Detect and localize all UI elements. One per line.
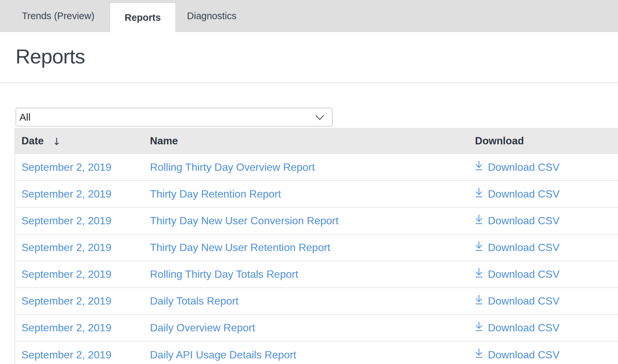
download-csv-label: Download CSV bbox=[488, 215, 560, 227]
column-header-download: Download bbox=[469, 128, 618, 154]
download-csv-label: Download CSV bbox=[488, 188, 560, 200]
report-row: September 2, 2019 Thirty Day New User Re… bbox=[15, 234, 618, 261]
report-name-link[interactable]: Daily Totals Report bbox=[150, 295, 238, 307]
report-date-link[interactable]: September 2, 2019 bbox=[21, 322, 111, 334]
page-title: Reports bbox=[16, 46, 618, 67]
download-csv-label: Download CSV bbox=[488, 161, 560, 173]
download-csv-link[interactable]: Download CSV bbox=[475, 188, 560, 201]
report-date-link[interactable]: September 2, 2019 bbox=[21, 295, 111, 307]
download-icon bbox=[475, 268, 483, 281]
report-date-link[interactable]: September 2, 2019 bbox=[21, 349, 111, 361]
report-name-link[interactable]: Daily API Usage Details Report bbox=[150, 349, 296, 361]
download-csv-link[interactable]: Download CSV bbox=[475, 268, 560, 281]
download-csv-link[interactable]: Download CSV bbox=[475, 295, 560, 308]
section-divider bbox=[0, 83, 618, 83]
download-csv-link[interactable]: Download CSV bbox=[475, 214, 560, 228]
download-csv-link[interactable]: Download CSV bbox=[475, 348, 560, 361]
report-date-link[interactable]: September 2, 2019 bbox=[21, 161, 111, 173]
table-header-row: Date ↓ Name Download bbox=[15, 128, 618, 154]
download-csv-label: Download CSV bbox=[488, 322, 560, 334]
download-icon bbox=[475, 214, 483, 228]
report-name-link[interactable]: Rolling Thirty Day Totals Report bbox=[150, 268, 298, 280]
column-header-name: Name bbox=[144, 128, 469, 154]
download-icon bbox=[475, 188, 483, 201]
report-filter-selected-value: All bbox=[19, 112, 30, 123]
download-icon bbox=[475, 241, 483, 254]
report-date-link[interactable]: September 2, 2019 bbox=[21, 188, 111, 200]
report-name-link[interactable]: Thirty Day New User Conversion Report bbox=[150, 215, 339, 227]
download-csv-link[interactable]: Download CSV bbox=[475, 241, 560, 254]
report-date-link[interactable]: September 2, 2019 bbox=[21, 268, 111, 280]
reports-table: Date ↓ Name Download September 2, 2019 R… bbox=[15, 128, 618, 364]
report-row: September 2, 2019 Daily Overview Report … bbox=[15, 314, 618, 341]
download-icon bbox=[475, 348, 483, 361]
download-icon bbox=[475, 161, 483, 174]
report-row: September 2, 2019 Rolling Thirty Day Tot… bbox=[15, 261, 618, 288]
download-icon bbox=[475, 321, 483, 335]
column-header-date-label: Date bbox=[21, 135, 44, 147]
report-row: September 2, 2019 Thirty Day New User Co… bbox=[15, 207, 618, 234]
download-csv-label: Download CSV bbox=[488, 349, 560, 361]
report-filter-select[interactable]: All bbox=[16, 108, 333, 127]
tab-reports[interactable]: Reports bbox=[110, 3, 176, 32]
tab-bar: Trends (Preview) Reports Diagnostics bbox=[0, 0, 618, 32]
download-csv-link[interactable]: Download CSV bbox=[475, 161, 560, 174]
download-csv-label: Download CSV bbox=[488, 268, 560, 280]
report-row: September 2, 2019 Rolling Thirty Day Ove… bbox=[15, 154, 618, 181]
report-date-link[interactable]: September 2, 2019 bbox=[21, 215, 111, 227]
download-csv-label: Download CSV bbox=[488, 295, 560, 307]
report-row: September 2, 2019 Daily API Usage Detail… bbox=[15, 341, 618, 364]
report-row: September 2, 2019 Daily Totals Report Do… bbox=[15, 288, 618, 314]
report-name-link[interactable]: Rolling Thirty Day Overview Report bbox=[150, 161, 315, 173]
report-name-link[interactable]: Thirty Day Retention Report bbox=[150, 188, 281, 200]
download-csv-link[interactable]: Download CSV bbox=[475, 321, 560, 335]
download-icon bbox=[475, 295, 483, 308]
download-csv-label: Download CSV bbox=[488, 241, 560, 254]
tab-diagnostics[interactable]: Diagnostics bbox=[176, 0, 248, 32]
column-header-date[interactable]: Date ↓ bbox=[15, 128, 144, 154]
report-name-link[interactable]: Thirty Day New User Retention Report bbox=[150, 241, 330, 253]
report-name-link[interactable]: Daily Overview Report bbox=[150, 322, 255, 334]
reports-table-body: September 2, 2019 Rolling Thirty Day Ove… bbox=[15, 154, 618, 364]
sort-descending-icon: ↓ bbox=[53, 136, 61, 147]
report-date-link[interactable]: September 2, 2019 bbox=[21, 241, 111, 253]
report-row: September 2, 2019 Thirty Day Retention R… bbox=[15, 181, 618, 207]
tab-trends-preview[interactable]: Trends (Preview) bbox=[7, 0, 110, 32]
chevron-down-icon bbox=[315, 112, 325, 123]
